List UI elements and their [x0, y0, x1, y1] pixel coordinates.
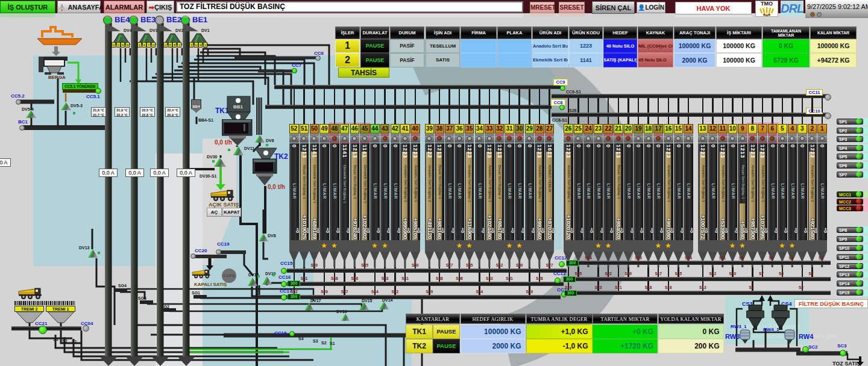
svg-text:BB1: BB1 [233, 104, 244, 110]
